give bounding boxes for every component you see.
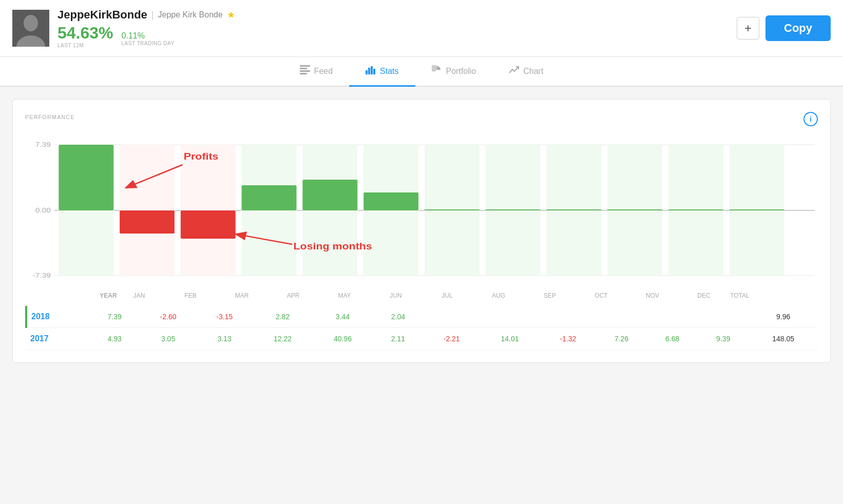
- svg-point-1: [24, 15, 38, 31]
- info-button[interactable]: i: [803, 112, 818, 126]
- avatar-image: [12, 10, 49, 47]
- nov-2017: 6.68: [647, 328, 698, 350]
- svg-text:TOTAL: TOTAL: [730, 292, 750, 299]
- svg-rect-38: [668, 209, 723, 210]
- feb-2018: -2.60: [140, 306, 197, 328]
- nav-chart-label: Chart: [523, 67, 543, 76]
- svg-rect-18: [59, 145, 113, 210]
- aug-2018: [480, 306, 540, 328]
- svg-rect-36: [607, 209, 662, 210]
- mar-2017: 3.13: [196, 328, 253, 350]
- main-content: PERFORMANCE i 7.39 0.00 -7.39: [0, 87, 843, 383]
- svg-text:JUN: JUN: [390, 292, 401, 299]
- performance-table: 2018 7.39 -2.60 -3.15 2.82 3.44 2.04 9.9…: [25, 306, 818, 350]
- nov-2018: [647, 306, 698, 328]
- svg-rect-5: [300, 70, 310, 72]
- aug-2017: 14.01: [480, 328, 540, 350]
- svg-rect-9: [371, 66, 373, 74]
- mar-2018: -3.15: [196, 306, 253, 328]
- oct-2018: [596, 306, 647, 328]
- full-name: Jeppe Kirk Bonde: [158, 10, 223, 20]
- nav-feed-label: Feed: [314, 67, 333, 76]
- svg-rect-20: [120, 210, 175, 234]
- svg-text:YEAR: YEAR: [100, 292, 117, 299]
- nav-portfolio-label: Portfolio: [446, 67, 476, 76]
- apr-2018: 2.82: [253, 306, 313, 328]
- table-row-2018: 2018 7.39 -2.60 -3.15 2.82 3.44 2.04 9.9…: [26, 306, 818, 328]
- sep-2018: [540, 306, 596, 328]
- nav-stats-label: Stats: [380, 67, 398, 76]
- user-info: JeppeKirkBonde | Jeppe Kirk Bonde ★ 54.6…: [58, 8, 737, 48]
- username: JeppeKirkBonde: [58, 8, 147, 22]
- jan-2018: 7.39: [89, 306, 140, 328]
- dec-2017: 9.39: [698, 328, 749, 350]
- svg-text:-7.39: -7.39: [33, 272, 51, 279]
- feed-icon: [300, 65, 310, 77]
- may-2018: 3.44: [313, 306, 373, 328]
- table-row-2017: 2017 4.93 3.05 3.13 12.22 40.96 2.11 -2.…: [26, 328, 818, 350]
- svg-rect-28: [363, 192, 418, 210]
- page-header: JeppeKirkBonde | Jeppe Kirk Bonde ★ 54.6…: [0, 0, 843, 57]
- jul-2017: -2.21: [424, 328, 480, 350]
- oct-2017: 7.26: [596, 328, 647, 350]
- navigation: Feed Stats Portfolio Chart: [0, 57, 843, 87]
- total-2017: 148.05: [749, 328, 818, 350]
- add-button[interactable]: +: [737, 17, 759, 40]
- svg-rect-26: [302, 180, 357, 210]
- portfolio-icon: [432, 65, 442, 77]
- svg-text:SEP: SEP: [544, 292, 556, 299]
- svg-text:APR: APR: [287, 292, 300, 299]
- svg-text:JAN: JAN: [133, 292, 145, 299]
- svg-rect-19: [120, 145, 175, 276]
- nav-chart[interactable]: Chart: [492, 57, 560, 87]
- annotation-profits: Profits: [184, 151, 219, 162]
- svg-text:MAY: MAY: [338, 292, 351, 299]
- stats-icon: [366, 65, 376, 77]
- svg-rect-30: [425, 209, 480, 210]
- chart-icon: [509, 65, 519, 77]
- jan-2017: 4.93: [89, 328, 140, 350]
- svg-rect-40: [730, 209, 784, 210]
- svg-rect-34: [546, 209, 601, 210]
- svg-rect-8: [368, 68, 370, 74]
- dec-2018: [698, 306, 749, 328]
- year-cell-2017: 2017: [26, 328, 89, 350]
- svg-rect-6: [300, 73, 307, 74]
- jun-2018: 2.04: [373, 306, 424, 328]
- svg-rect-21: [181, 145, 236, 276]
- jul-2018: [424, 306, 480, 328]
- performance-12m-label: LAST 12M: [58, 43, 113, 48]
- annotation-losing: Losing months: [294, 241, 372, 251]
- nav-stats[interactable]: Stats: [349, 57, 415, 87]
- svg-text:OCT: OCT: [595, 292, 608, 299]
- nav-feed[interactable]: Feed: [283, 57, 349, 87]
- svg-text:AUG: AUG: [492, 292, 505, 299]
- performance-12m: 54.63%: [58, 24, 113, 43]
- x-axis-labels: YEAR JAN FEB MAR APR MAY JUN JUL AUG SEP…: [25, 289, 818, 302]
- total-2018: 9.96: [749, 306, 818, 328]
- svg-text:DEC: DEC: [697, 292, 711, 299]
- may-2017: 40.96: [313, 328, 373, 350]
- svg-text:JUL: JUL: [442, 292, 453, 299]
- svg-text:0.00: 0.00: [35, 206, 51, 214]
- svg-rect-10: [373, 69, 375, 74]
- separator: |: [151, 10, 154, 21]
- svg-rect-7: [366, 70, 368, 74]
- svg-text:MAR: MAR: [235, 292, 249, 299]
- sep-2017: -1.32: [540, 328, 596, 350]
- svg-rect-24: [242, 185, 297, 210]
- svg-text:FEB: FEB: [184, 292, 196, 299]
- svg-text:7.39: 7.39: [35, 141, 51, 148]
- copy-button[interactable]: Copy: [765, 15, 831, 41]
- svg-rect-4: [300, 68, 307, 69]
- bar-chart-svg: 7.39 0.00 -7.39: [25, 131, 818, 285]
- trading-day-pct: 0.11%: [122, 31, 175, 41]
- nav-portfolio[interactable]: Portfolio: [415, 57, 493, 87]
- svg-rect-22: [181, 210, 236, 239]
- feb-2017: 3.05: [140, 328, 197, 350]
- trading-day-label: LAST TRADING DAY: [122, 41, 175, 46]
- svg-rect-32: [486, 209, 541, 210]
- performance-card: PERFORMANCE i 7.39 0.00 -7.39: [12, 99, 831, 363]
- header-actions: + Copy: [737, 15, 831, 41]
- performance-title: PERFORMANCE: [25, 114, 75, 120]
